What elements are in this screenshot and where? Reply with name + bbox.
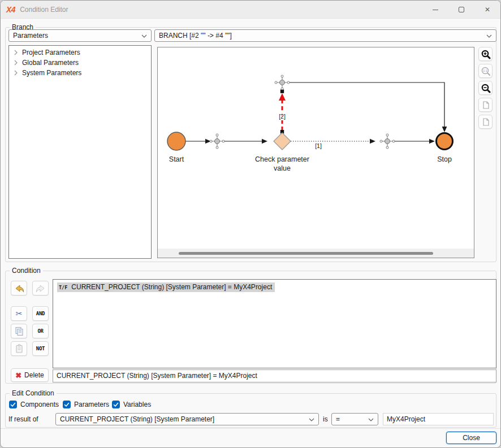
condition-group-label: Condition	[10, 267, 43, 275]
checkbox-checked-icon	[112, 401, 120, 408]
x4-logo: X4	[6, 5, 15, 14]
expression-select[interactable]: CURRENT_PROJECT (String) [System Paramet…	[55, 413, 319, 425]
scissors-icon: ✂	[16, 310, 23, 317]
parameter-tree: Project Parameters Global Parameters Sys…	[8, 45, 152, 259]
connector-node[interactable]	[210, 134, 224, 149]
redo-button[interactable]	[32, 281, 49, 295]
minimize-button[interactable]	[422, 1, 448, 19]
arrowhead-icon	[262, 139, 267, 143]
titlebar: X4 Condition Editor ✕	[1, 1, 500, 19]
connector-node[interactable]	[275, 75, 290, 90]
tree-item-label: Project Parameters	[22, 49, 80, 56]
parameters-checkbox-label: Parameters	[74, 401, 109, 408]
not-button[interactable]: NOT	[32, 341, 49, 356]
condition-preview: CURRENT_PROJECT (String) [System Paramet…	[53, 369, 496, 382]
branch-select-value: BRANCH [#2 "" -> #4 ""]	[159, 32, 232, 40]
parameter-category-value: Parameters	[13, 32, 48, 40]
chevron-right-icon	[14, 69, 18, 76]
delete-button-label: Delete	[24, 371, 44, 379]
or-button[interactable]: OR	[32, 324, 49, 338]
close-button[interactable]: Close	[446, 432, 496, 444]
undo-button[interactable]	[11, 281, 27, 295]
delete-x-icon: ✖	[15, 372, 21, 379]
page-icon	[481, 101, 490, 110]
copy-icon	[14, 326, 24, 336]
arrowhead-icon	[279, 93, 286, 101]
tree-item-label: Global Parameters	[22, 59, 79, 67]
chevron-down-icon	[368, 418, 374, 421]
operator-select-value: =	[336, 415, 340, 423]
is-label: is	[323, 415, 328, 423]
copy-button[interactable]	[11, 324, 27, 338]
condition-editor-dialog: X4 Condition Editor ✕ Branch Condition E…	[0, 0, 501, 448]
zoom-reset-icon: 1:1	[481, 66, 491, 76]
chevron-right-icon	[14, 49, 18, 56]
chevron-down-icon	[309, 418, 314, 421]
branch-2-label: [2]	[279, 113, 286, 120]
true-false-icon: T/F	[59, 285, 67, 290]
connector-node[interactable]	[380, 134, 395, 149]
svg-text:1:1: 1:1	[483, 69, 487, 72]
condition-list[interactable]: T/F CURRENT_PROJECT (String) [System Par…	[53, 279, 496, 368]
tree-item-label: System Parameters	[22, 69, 81, 77]
fit-page-button[interactable]	[478, 98, 493, 112]
parameter-category-select[interactable]: Parameters	[8, 29, 152, 42]
if-result-of-label: If result of	[8, 415, 38, 423]
window-title: Condition Editor	[20, 6, 68, 14]
close-window-button[interactable]: ✕	[474, 1, 500, 19]
components-checkbox-label: Components	[20, 401, 59, 408]
arrowhead-icon	[429, 139, 435, 143]
canvas-horizontal-scrollbar[interactable]	[158, 249, 474, 258]
close-button-label: Close	[463, 434, 480, 442]
cut-button[interactable]: ✂	[11, 306, 27, 321]
start-node[interactable]	[167, 132, 185, 150]
condition-item-text: CURRENT_PROJECT (String) [System Paramet…	[71, 283, 272, 291]
variables-checkbox[interactable]: Variables	[112, 401, 151, 408]
tree-item-global-parameters[interactable]: Global Parameters	[9, 58, 151, 68]
chevron-down-icon	[141, 34, 147, 38]
tree-item-project-parameters[interactable]: Project Parameters	[9, 47, 151, 58]
workflow-canvas[interactable]: [1] [2] Start Check parameter value	[157, 47, 474, 258]
maximize-button[interactable]	[448, 1, 474, 19]
components-checkbox[interactable]: Components	[9, 401, 59, 408]
stop-node[interactable]	[437, 133, 453, 150]
zoom-out-button[interactable]	[478, 81, 493, 95]
arrowhead-icon	[370, 139, 375, 143]
and-button[interactable]: AND	[32, 306, 49, 321]
footer-divider	[1, 428, 500, 429]
edit-condition-group-label: Edit Condition	[10, 389, 57, 397]
expression-select-value: CURRENT_PROJECT (String) [System Paramet…	[60, 415, 214, 423]
scrollbar-thumb[interactable]	[179, 252, 433, 255]
paste-button[interactable]	[11, 341, 27, 356]
selection-handle[interactable]	[280, 90, 284, 93]
zoom-out-icon	[481, 83, 491, 93]
chevron-down-icon	[486, 34, 492, 38]
workflow-diagram: [1] [2] Start Check parameter value	[158, 47, 474, 249]
decision-node-label-line2: value	[274, 164, 291, 172]
clipboard-icon	[14, 343, 24, 354]
value-input[interactable]	[383, 413, 494, 425]
condition-list-item-selected[interactable]: T/F CURRENT_PROJECT (String) [System Par…	[57, 282, 275, 292]
branch-select[interactable]: BRANCH [#2 "" -> #4 ""]	[154, 29, 496, 42]
decision-node-label-line1: Check parameter	[255, 155, 309, 163]
tree-item-system-parameters[interactable]: System Parameters	[9, 68, 151, 78]
zoom-in-icon	[481, 49, 491, 59]
parameters-checkbox[interactable]: Parameters	[63, 401, 109, 408]
stop-node-label: Stop	[437, 155, 452, 163]
delete-button[interactable]: ✖ Delete	[11, 368, 49, 382]
decision-node[interactable]	[274, 133, 291, 150]
zoom-in-button[interactable]	[478, 47, 493, 61]
zoom-reset-button[interactable]: 1:1	[478, 64, 493, 78]
and-button-label: AND	[36, 311, 45, 316]
maximize-icon	[459, 7, 464, 12]
operator-select[interactable]: =	[331, 413, 378, 425]
page-icon	[481, 118, 490, 127]
variables-checkbox-label: Variables	[123, 401, 151, 408]
redo-icon	[35, 283, 46, 294]
fit-width-button[interactable]	[478, 115, 493, 129]
edge-top-to-stop[interactable]	[288, 82, 444, 127]
branch-1-label: [1]	[315, 142, 322, 149]
close-icon: ✕	[485, 6, 490, 13]
chevron-right-icon	[14, 59, 18, 66]
undo-icon	[14, 283, 25, 294]
